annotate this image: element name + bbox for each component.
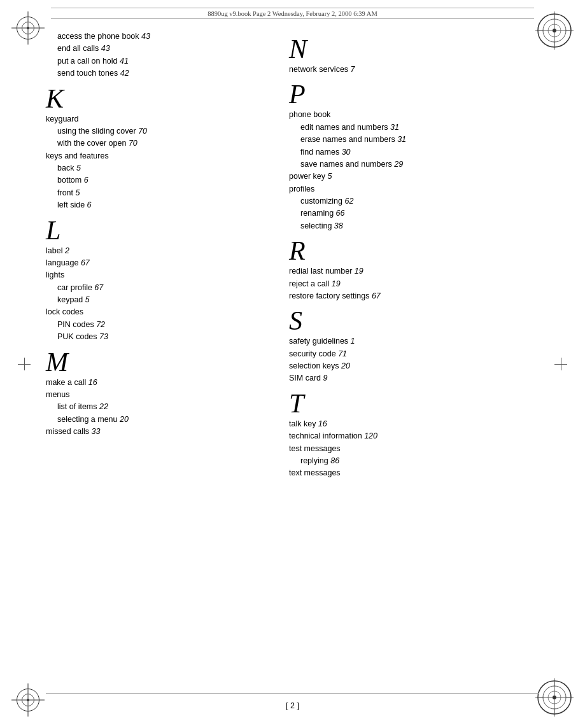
- svg-point-15: [553, 696, 556, 699]
- list-item: selecting a menu 20: [46, 414, 270, 426]
- right-column: N network services 7 P phone book edit n…: [283, 31, 539, 690]
- header-text: 8890ug v9.book Page 2 Wednesday, Februar…: [208, 10, 377, 17]
- list-item: lock codes: [46, 306, 270, 318]
- list-item: safety guidelines 1: [289, 335, 539, 347]
- list-item: PUK codes 73: [46, 331, 270, 343]
- list-item: security code 71: [289, 348, 539, 360]
- list-item: SIM card 9: [289, 372, 539, 384]
- section-p: P phone book edit names and numbers 31 e…: [289, 81, 539, 232]
- list-item: PIN codes 72: [46, 319, 270, 331]
- list-item: test messages: [289, 443, 539, 455]
- list-item: text messages: [289, 467, 539, 479]
- list-item: customizing 62: [289, 195, 539, 207]
- section-letter-s: S: [289, 307, 539, 334]
- intro-entries: access the phone book 43 end all calls 4…: [46, 31, 270, 80]
- list-item: language 67: [46, 257, 270, 269]
- list-item: keys and features: [46, 150, 270, 162]
- list-item: keypad 5: [46, 294, 270, 306]
- list-item: redial last number 19: [289, 265, 539, 277]
- list-item: front 5: [46, 187, 270, 199]
- section-letter-k: K: [46, 85, 270, 112]
- list-item: make a call 16: [46, 377, 270, 389]
- list-item: keyguard: [46, 113, 270, 125]
- margin-cross-right: [554, 358, 567, 370]
- list-item: bottom 6: [46, 174, 270, 186]
- list-item: end all calls 43: [46, 43, 270, 55]
- section-letter-m: M: [46, 349, 270, 375]
- main-content: access the phone book 43 end all calls 4…: [46, 31, 539, 690]
- list-item: restore factory settings 67: [289, 290, 539, 302]
- list-item: with the cover open 70: [46, 137, 270, 150]
- list-item: missed calls 33: [46, 426, 270, 438]
- list-item: left side 6: [46, 199, 270, 211]
- list-item: using the sliding cover 70: [46, 125, 270, 137]
- list-item: edit names and numbers 31: [289, 122, 539, 134]
- list-item: reject a call 19: [289, 278, 539, 290]
- margin-cross-left: [18, 358, 31, 370]
- list-item: put a call on hold 41: [46, 55, 270, 67]
- section-n: N network services 7: [289, 36, 539, 76]
- section-letter-p: P: [289, 81, 539, 108]
- page-footer: [ 2 ]: [0, 701, 585, 710]
- list-item: phone book: [289, 109, 539, 121]
- list-item: find names 30: [289, 146, 539, 158]
- page-number: [ 2 ]: [286, 701, 299, 710]
- list-item: car profile 67: [46, 282, 270, 294]
- section-m: M make a call 16 menus list of items 22 …: [46, 349, 270, 438]
- section-letter-r: R: [289, 237, 539, 264]
- footer-line: [46, 693, 539, 694]
- section-k: K keyguard using the sliding cover 70 wi…: [46, 85, 270, 212]
- corner-decoration-bl: [11, 683, 45, 717]
- list-item: menus: [46, 389, 270, 401]
- section-letter-t: T: [289, 390, 539, 417]
- list-item: list of items 22: [46, 401, 270, 413]
- list-item: access the phone book 43: [46, 31, 270, 43]
- list-item: power key 5: [289, 171, 539, 183]
- corner-decoration-tl: [11, 11, 45, 45]
- list-item: erase names and numbers 31: [289, 134, 539, 146]
- section-t: T talk key 16 technical information 120 …: [289, 390, 539, 480]
- list-item: network services 7: [289, 64, 539, 76]
- list-item: profiles: [289, 183, 539, 195]
- list-item: selecting 38: [289, 220, 539, 232]
- svg-point-5: [553, 29, 556, 32]
- list-item: save names and numbers 29: [289, 158, 539, 171]
- left-column: access the phone book 43 end all calls 4…: [46, 31, 283, 690]
- list-item: technical information 120: [289, 430, 539, 442]
- section-letter-l: L: [46, 217, 270, 244]
- list-item: selection keys 20: [289, 360, 539, 372]
- list-item: lights: [46, 269, 270, 281]
- list-item: replying 86: [289, 455, 539, 467]
- list-item: renaming 66: [289, 207, 539, 220]
- section-letter-n: N: [289, 36, 539, 62]
- corner-decoration-br: [535, 678, 574, 717]
- section-r: R redial last number 19 reject a call 19…: [289, 237, 539, 302]
- list-item: back 5: [46, 162, 270, 174]
- corner-decoration-tr: [535, 11, 574, 50]
- list-item: talk key 16: [289, 418, 539, 430]
- section-s: S safety guidelines 1 security code 71 s…: [289, 307, 539, 385]
- section-l: L label 2 language 67 lights car profile…: [46, 217, 270, 344]
- list-item: label 2: [46, 245, 270, 257]
- header-bar: 8890ug v9.book Page 2 Wednesday, Februar…: [51, 8, 534, 19]
- list-item: send touch tones 42: [46, 67, 270, 80]
